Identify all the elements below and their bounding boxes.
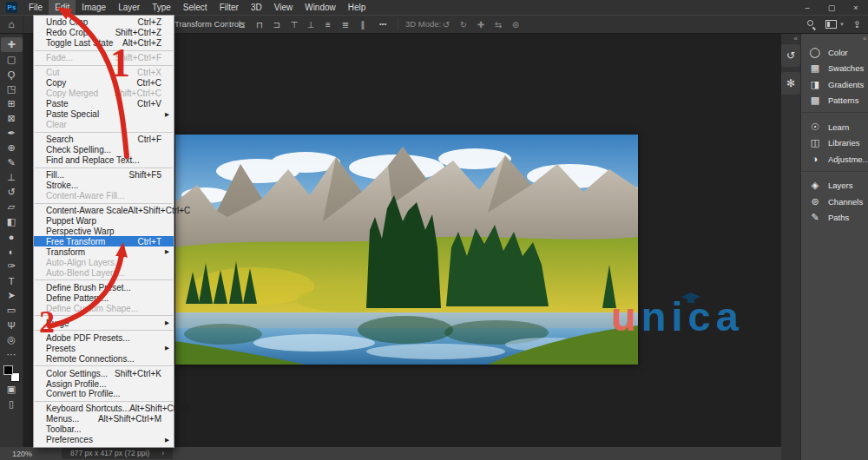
edit-copy-merged[interactable]: Copy Merged Shift+Ctrl+C (34, 89, 174, 99)
3d-slide-icon[interactable]: ⇆ (493, 20, 503, 30)
eraser-tool-button[interactable]: ▱ (1, 200, 23, 214)
panel-tab-learn[interactable]: ☉ Learn (801, 119, 868, 135)
hand-tool-button[interactable]: Ψ (1, 318, 23, 332)
edit-auto-align-layers[interactable]: Auto-Align Layers... (34, 257, 174, 267)
edit-toolbar-button[interactable]: ⋯ (1, 347, 23, 362)
3d-pan-icon[interactable]: ✚ (476, 20, 486, 30)
quick-mask-button[interactable]: ▣ (1, 382, 23, 397)
menu-window[interactable]: Window (299, 0, 342, 15)
panel-tab-paths[interactable]: ✎ Paths (801, 210, 868, 227)
minimize-button[interactable]: – (795, 0, 819, 15)
history-panel-button[interactable]: ↺ (781, 44, 800, 67)
edit-remote-connections[interactable]: Remote Connections... (34, 353, 174, 364)
align-top-icon[interactable]: ⊤ (289, 20, 299, 30)
edit-content-aware-fill[interactable]: Content-Aware Fill... (34, 191, 174, 201)
rectangular-marquee-tool-button[interactable]: ▢ (1, 52, 23, 67)
edit-find-replace[interactable]: Find and Replace Text... (34, 155, 174, 166)
edit-menus[interactable]: Menus... Alt+Shift+Ctrl+M (34, 414, 174, 424)
spot-healing-brush-tool-button[interactable]: ⊕ (1, 141, 23, 155)
menu-file[interactable]: File (23, 0, 49, 15)
edit-content-aware-scale[interactable]: Content-Aware Scale Alt+Shift+Ctrl+C (34, 206, 174, 216)
menu-select[interactable]: Select (177, 0, 214, 15)
edit-define-brush-preset[interactable]: Define Brush Preset... (34, 282, 174, 292)
edit-clear[interactable]: Clear (34, 120, 174, 130)
panel-tab-adjustments[interactable]: ◑ Adjustme... (801, 151, 868, 168)
object-selection-tool-button[interactable]: ◳ (1, 82, 23, 96)
menu-view[interactable]: View (268, 0, 299, 15)
panel-tab-channels[interactable]: ⊚ Channels (801, 194, 868, 210)
zoom-tool-button[interactable]: ◎ (1, 332, 23, 347)
menu-help[interactable]: Help (342, 0, 372, 15)
edit-keyboard-shortcuts[interactable]: Keyboard Shortcuts... Alt+Shift+Ctrl+K (34, 404, 174, 414)
menu-layer[interactable]: Layer (112, 0, 146, 15)
panel-tab-patterns[interactable]: ▩ Patterns (801, 93, 868, 109)
home-icon[interactable]: ⌂ (0, 16, 23, 33)
edit-purge[interactable]: Purge ▶ (34, 318, 174, 328)
edit-perspective-warp[interactable]: Perspective Warp (34, 226, 174, 236)
edit-redo-crop[interactable]: Redo Crop Shift+Ctrl+Z (34, 28, 174, 38)
edit-color-settings[interactable]: Color Settings... Shift+Ctrl+K (34, 368, 174, 378)
dodge-tool-button[interactable]: ◐ (1, 244, 23, 259)
distribute-horizontal-icon[interactable]: ≣ (340, 20, 351, 30)
panel-tab-gradients[interactable]: ◨ Gradients (801, 76, 868, 93)
edit-transform[interactable]: Transform ▶ (34, 246, 174, 257)
edit-adobe-pdf-presets[interactable]: Adobe PDF Presets... (34, 332, 174, 343)
panel-tab-libraries[interactable]: ◫ Libraries (801, 135, 868, 152)
3d-orbit-icon[interactable]: ↺ (441, 20, 451, 30)
edit-paste[interactable]: Paste Ctrl+V (34, 99, 174, 109)
document-info[interactable]: 877 px x 417 px (72 ppi) › (62, 448, 173, 459)
rectangle-tool-button[interactable]: ▭ (1, 303, 23, 318)
chevron-down-icon[interactable]: ▾ (840, 21, 844, 28)
edit-undo-crop[interactable]: Undo Crop Ctrl+Z (34, 17, 174, 28)
lasso-tool-button[interactable]: Ϙ (1, 67, 23, 82)
path-selection-tool-button[interactable]: ➤ (1, 288, 23, 303)
3d-camera-icon[interactable]: ⊛ (510, 20, 521, 30)
share-icon[interactable]: ⇪ (853, 19, 861, 30)
collapse-panel-icon[interactable]: « (794, 34, 800, 44)
export-panel-button[interactable]: ✻ (781, 72, 800, 95)
align-center-horizontal-icon[interactable]: ⊓ (254, 20, 265, 30)
edit-fill[interactable]: Fill... Shift+F5 (34, 170, 174, 181)
edit-search[interactable]: Search Ctrl+F (34, 135, 174, 145)
crop-tool-button[interactable]: ⊞ (1, 96, 23, 111)
align-right-icon[interactable]: ⊐ (272, 20, 282, 30)
align-left-icon[interactable]: ⊏ (237, 20, 247, 30)
edit-define-custom-shape[interactable]: Define Custom Shape... (34, 303, 174, 313)
zoom-level[interactable]: 120% (12, 450, 32, 458)
edit-define-pattern[interactable]: Define Pattern... (34, 292, 174, 303)
edit-toggle-last-state[interactable]: Toggle Last State Alt+Ctrl+Z (34, 38, 174, 49)
align-bottom-icon[interactable]: ⊥ (306, 20, 316, 30)
edit-preferences[interactable]: Preferences ▶ (34, 435, 174, 445)
screen-mode-button[interactable]: ▯ (1, 397, 23, 411)
blur-tool-button[interactable]: ● (1, 229, 23, 244)
edit-stroke[interactable]: Stroke... (34, 181, 174, 191)
edit-check-spelling[interactable]: Check Spelling... (34, 145, 174, 155)
search-icon[interactable] (807, 20, 816, 29)
edit-free-transform[interactable]: Free Transform Ctrl+T (34, 236, 174, 246)
edit-copy[interactable]: Copy Ctrl+C (34, 78, 174, 89)
edit-cut[interactable]: Cut Ctrl+X (34, 68, 174, 78)
edit-assign-profile[interactable]: Assign Profile... (34, 378, 174, 389)
menu-type[interactable]: Type (146, 0, 177, 15)
panel-tab-swatches[interactable]: ▦ Swatches (801, 61, 868, 77)
photoshop-logo[interactable]: Ps (6, 2, 17, 13)
frame-tool-button[interactable]: ⊠ (1, 111, 23, 126)
panel-tab-layers[interactable]: ◈ Layers (801, 178, 868, 194)
close-button[interactable]: × (844, 0, 868, 15)
restore-button[interactable]: ▢ (819, 0, 844, 15)
edit-puppet-warp[interactable]: Puppet Warp (34, 215, 174, 226)
gradient-tool-button[interactable]: ◧ (1, 214, 23, 229)
foreground-color-swatch[interactable] (3, 365, 13, 375)
history-brush-tool-button[interactable]: ↺ (1, 185, 23, 200)
distribute-spacing-icon[interactable]: ∥ (358, 20, 368, 30)
edit-toolbar[interactable]: Toolbar... (34, 424, 174, 435)
panel-tab-color[interactable]: ◯ Color (801, 44, 868, 61)
eyedropper-tool-button[interactable]: ✒ (1, 126, 23, 141)
pen-tool-button[interactable]: ✑ (1, 259, 23, 273)
type-tool-button[interactable]: T (1, 273, 23, 288)
menu-3d[interactable]: 3D (245, 0, 268, 15)
brush-tool-button[interactable]: ✎ (1, 155, 23, 170)
menu-edit[interactable]: Edit (49, 0, 76, 15)
transform-controls-label[interactable]: Transform Controls (174, 16, 245, 33)
more-options-icon[interactable]: ••• (379, 16, 386, 33)
